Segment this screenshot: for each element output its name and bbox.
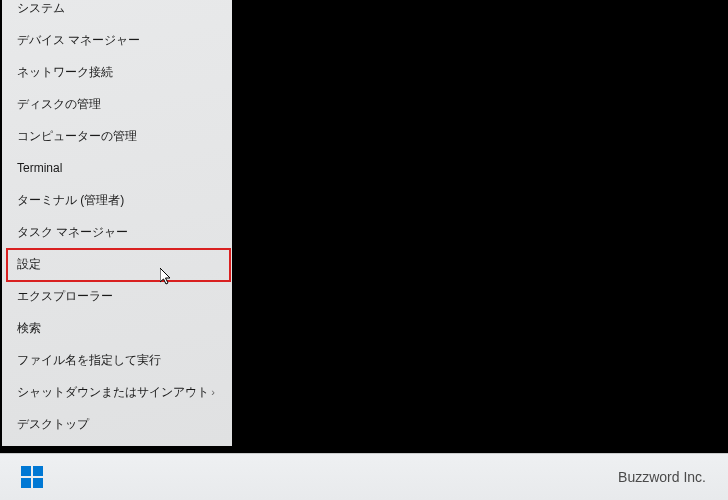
winx-context-menu: システム デバイス マネージャー ネットワーク接続 ディスクの管理 コンピュータ… bbox=[2, 0, 232, 446]
chevron-right-icon: › bbox=[211, 386, 215, 398]
menu-item-label: Terminal bbox=[17, 161, 217, 175]
menu-item-terminal-admin[interactable]: ターミナル (管理者) bbox=[2, 184, 232, 216]
svg-rect-0 bbox=[21, 466, 31, 476]
menu-item-task-manager[interactable]: タスク マネージャー bbox=[2, 216, 232, 248]
windows-logo-icon bbox=[21, 466, 43, 488]
menu-item-network-connections[interactable]: ネットワーク接続 bbox=[2, 56, 232, 88]
menu-item-search[interactable]: 検索 bbox=[2, 312, 232, 344]
menu-item-label: ファイル名を指定して実行 bbox=[17, 352, 217, 369]
menu-item-label: ネットワーク接続 bbox=[17, 64, 217, 81]
menu-item-desktop[interactable]: デスクトップ bbox=[2, 408, 232, 440]
menu-item-label: シャットダウンまたはサインアウト bbox=[17, 384, 211, 401]
menu-item-device-manager[interactable]: デバイス マネージャー bbox=[2, 24, 232, 56]
svg-rect-3 bbox=[33, 478, 43, 488]
menu-item-run[interactable]: ファイル名を指定して実行 bbox=[2, 344, 232, 376]
menu-item-disk-management[interactable]: ディスクの管理 bbox=[2, 88, 232, 120]
taskbar-attribution: Buzzword Inc. bbox=[618, 453, 706, 500]
menu-item-settings[interactable]: 設定 bbox=[2, 248, 232, 280]
menu-item-label: エクスプローラー bbox=[17, 288, 217, 305]
taskbar: Buzzword Inc. bbox=[0, 453, 728, 500]
menu-item-label: コンピューターの管理 bbox=[17, 128, 217, 145]
menu-item-label: デスクトップ bbox=[17, 416, 217, 433]
menu-item-label: ターミナル (管理者) bbox=[17, 192, 217, 209]
menu-item-system[interactable]: システム bbox=[2, 0, 232, 24]
menu-item-terminal[interactable]: Terminal bbox=[2, 152, 232, 184]
menu-item-label: 検索 bbox=[17, 320, 217, 337]
menu-item-computer-management[interactable]: コンピューターの管理 bbox=[2, 120, 232, 152]
menu-item-shutdown-signout[interactable]: シャットダウンまたはサインアウト › bbox=[2, 376, 232, 408]
svg-rect-1 bbox=[33, 466, 43, 476]
menu-item-label: デバイス マネージャー bbox=[17, 32, 217, 49]
menu-item-label: タスク マネージャー bbox=[17, 224, 217, 241]
menu-item-label: システム bbox=[17, 0, 217, 17]
menu-item-explorer[interactable]: エクスプローラー bbox=[2, 280, 232, 312]
menu-item-label: ディスクの管理 bbox=[17, 96, 217, 113]
start-button[interactable] bbox=[12, 457, 52, 497]
svg-rect-2 bbox=[21, 478, 31, 488]
menu-item-label: 設定 bbox=[17, 256, 217, 273]
